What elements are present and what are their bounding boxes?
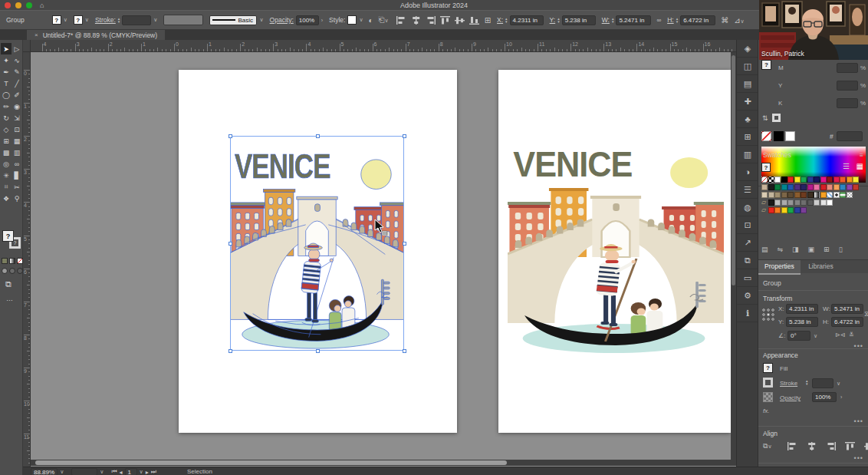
selection-handle[interactable] (229, 242, 232, 246)
appearance-fill-swatch[interactable]: ? (763, 363, 773, 373)
appearance-stroke-label[interactable]: Stroke (780, 380, 797, 387)
swatch[interactable] (820, 184, 827, 190)
tab-libraries[interactable]: Libraries (802, 260, 840, 273)
swatch[interactable] (847, 184, 853, 190)
swatch[interactable] (840, 192, 846, 198)
swatch[interactable] (768, 200, 774, 206)
swatches-list-view-icon[interactable]: ☰ (843, 162, 850, 170)
align-v-center[interactable] (864, 442, 868, 450)
appearance-stroke-chevron-icon[interactable]: ∨ (837, 381, 840, 387)
swatch[interactable] (794, 207, 801, 213)
w-field[interactable]: 5.2471 in (616, 15, 651, 25)
selection-handle[interactable] (403, 242, 406, 246)
appearance-fill-label[interactable]: Fill (780, 365, 787, 372)
color-channel-field[interactable] (837, 98, 858, 108)
artboards-panel-icon[interactable]: ◫ (737, 58, 758, 75)
artboard-nav-chevron-icon[interactable]: ∨ (140, 469, 143, 475)
stroke-preview-box[interactable] (163, 15, 203, 25)
first-artboard-icon[interactable]: ⏮ (111, 468, 117, 475)
swatch-themes-icon[interactable]: ⇋ (778, 246, 784, 253)
lasso-tool[interactable]: ∿ (12, 54, 22, 66)
swatch[interactable] (827, 200, 833, 206)
selection-handle[interactable] (229, 349, 232, 353)
document-tab[interactable]: × Untitled-7* @ 88.89 % (CMYK/Preview) (27, 30, 165, 40)
swatch[interactable] (827, 184, 833, 190)
cb-align-v-center[interactable] (455, 16, 465, 25)
tf-w-field[interactable]: 5.2471 in (831, 304, 863, 314)
column-graph-tool[interactable]: ▊ (12, 170, 22, 181)
tf-y-field[interactable]: 5.238 in (786, 317, 818, 327)
swatch[interactable] (840, 176, 846, 183)
tf-angle-field[interactable]: 0° (787, 331, 810, 341)
swatch[interactable] (807, 192, 814, 198)
swatch[interactable] (827, 192, 833, 198)
variable-width-profile-field[interactable]: Basic (209, 15, 257, 25)
ruler-corner[interactable] (23, 40, 31, 52)
swatch[interactable] (853, 176, 859, 183)
reference-point-icon[interactable]: ⊞ (485, 16, 491, 25)
swatch[interactable] (794, 176, 801, 183)
color-mode-button[interactable] (2, 258, 8, 264)
swatch[interactable] (833, 184, 840, 190)
cb-align-left[interactable] (396, 16, 406, 25)
draw-normal-button[interactable] (2, 268, 8, 274)
width-tool[interactable]: ◇ (1, 124, 12, 135)
mesh-tool[interactable]: ▩ (1, 147, 12, 158)
appearance-opacity-icon[interactable] (763, 392, 773, 402)
shear-icon[interactable]: ⊿∨ (734, 16, 745, 25)
h-field[interactable]: 6.4722 in (680, 15, 715, 25)
line-segment-tool[interactable]: ╱ (12, 78, 22, 89)
swatch-libraries-icon[interactable]: ▤ (761, 246, 768, 253)
swatch[interactable] (820, 192, 827, 198)
stroke-label[interactable]: Stroke: (95, 16, 116, 24)
last-artboard-icon[interactable]: ⏭ (151, 468, 156, 475)
fill-color-swatch[interactable]: ? (52, 15, 61, 25)
opacity-field[interactable]: 100% (296, 15, 319, 25)
vertical-ruler[interactable]: 0123456789101112 (23, 52, 31, 467)
tab-properties[interactable]: Properties (758, 260, 801, 275)
slice-tool[interactable]: ✂ (12, 181, 22, 193)
canvas[interactable]: VENICE VENICE (31, 52, 736, 467)
y-stepper[interactable]: ▴▾ (557, 17, 560, 23)
screen-select-field[interactable] (71, 468, 97, 475)
fill-stroke-indicator[interactable]: ? ? (2, 230, 21, 253)
none-swatch[interactable] (761, 131, 771, 141)
style-chevron-icon[interactable]: ∨ (359, 17, 363, 23)
swatch[interactable] (814, 200, 820, 206)
align-right[interactable] (826, 442, 836, 450)
close-tab-icon[interactable]: × (35, 31, 38, 38)
swatch[interactable] (768, 176, 774, 183)
selection-handle[interactable] (403, 134, 406, 138)
swatch[interactable] (761, 176, 768, 183)
flip-horizontal-icon[interactable]: ⊳⊲ (835, 332, 845, 338)
color-group-folder-icon[interactable]: ▱ (761, 200, 768, 206)
align-panel-icon[interactable]: ▤ (737, 75, 758, 93)
swatch[interactable] (761, 192, 768, 198)
swatch[interactable] (787, 200, 794, 206)
new-swatch-icon[interactable]: ⊞ (824, 246, 830, 253)
transparency-panel-icon[interactable]: ◑ (737, 163, 758, 181)
swatch[interactable] (761, 184, 768, 190)
selection-handle[interactable] (403, 349, 406, 353)
selection-tool[interactable]: ➤ (1, 43, 12, 54)
cb-align-h-center[interactable] (411, 16, 421, 25)
magic-wand-tool[interactable]: ✦ (1, 54, 12, 66)
swatches-grid-view-icon[interactable]: ▦ (856, 162, 863, 170)
new-color-group-icon[interactable]: ▣ (808, 246, 815, 253)
brushes-panel-icon[interactable]: ◍ (737, 199, 758, 216)
style-swatch[interactable] (347, 15, 357, 25)
swatch[interactable] (768, 207, 774, 213)
select-similar-icon[interactable]: ⎗∨ (379, 15, 389, 25)
swatch[interactable] (794, 192, 801, 198)
link-dimensions-icon[interactable]: ⧖ (864, 310, 868, 318)
swatch[interactable] (801, 192, 807, 198)
zoom-level-field[interactable]: 88.89% (31, 468, 58, 475)
constrain-proportions-icon[interactable]: ∞ (656, 17, 661, 24)
symbols-panel-icon[interactable]: ♣ (737, 111, 758, 128)
swatch[interactable] (774, 200, 781, 206)
color-group-folder-icon[interactable]: ▱ (761, 207, 768, 213)
more-tools-icon[interactable]: … (6, 295, 13, 302)
swatch[interactable] (833, 192, 840, 198)
swatch[interactable] (781, 200, 787, 206)
swatch[interactable] (774, 184, 781, 190)
